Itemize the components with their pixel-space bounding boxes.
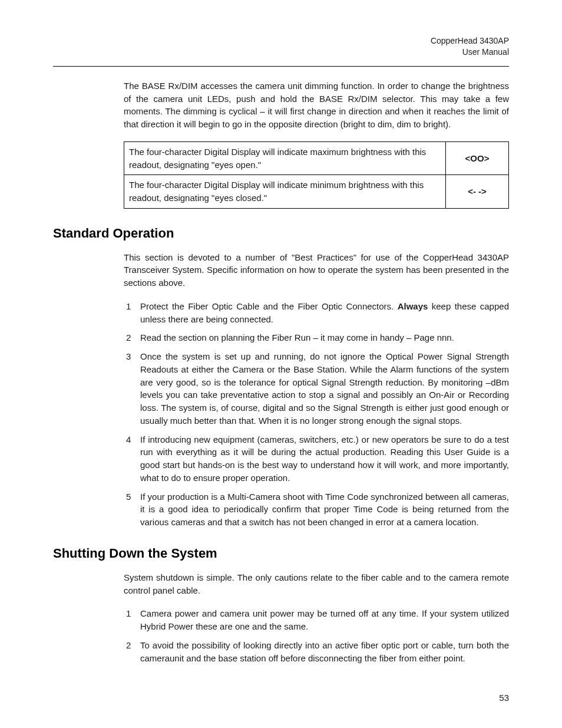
shutting-down-list: Camera power and camera unit power may b… xyxy=(124,607,509,664)
display-table: The four-character Digital Display will … xyxy=(124,141,509,209)
product-name: CopperHead 3430AP xyxy=(53,35,509,47)
list-item: Once the system is set up and running, d… xyxy=(124,350,509,427)
display-symbol: <OO> xyxy=(446,141,509,175)
table-row: The four-character Digital Display will … xyxy=(124,141,509,175)
list-text-pre: If introducing new equipment (cameras, s… xyxy=(140,434,509,483)
doc-type: User Manual xyxy=(53,47,509,58)
page-number: 53 xyxy=(499,691,509,704)
standard-operation-intro: This section is devoted to a number of "… xyxy=(124,251,509,289)
list-item: If introducing new equipment (cameras, s… xyxy=(124,433,509,485)
list-item: Read the section on planning the Fiber R… xyxy=(124,331,509,344)
list-text-pre: To avoid the possibility of looking dire… xyxy=(140,640,509,663)
list-text-pre: If your production is a Multi-Camera sho… xyxy=(140,492,509,528)
list-item: To avoid the possibility of looking dire… xyxy=(124,639,509,665)
list-text-pre: Read the section on planning the Fiber R… xyxy=(140,332,454,342)
page-header: CopperHead 3430AP User Manual xyxy=(53,35,509,58)
standard-operation-heading: Standard Operation xyxy=(53,224,509,243)
display-symbol: <- -> xyxy=(446,175,509,209)
display-desc: The four-character Digital Display will … xyxy=(124,141,446,175)
list-text-bold: Always xyxy=(398,301,428,311)
dimming-paragraph: The BASE Rx/DIM accesses the camera unit… xyxy=(124,80,509,131)
list-text-pre: Once the system is set up and running, d… xyxy=(140,351,509,426)
list-item: Camera power and camera unit power may b… xyxy=(124,607,509,633)
list-text-pre: Protect the Fiber Optic Cable and the Fi… xyxy=(140,301,398,311)
list-item: If your production is a Multi-Camera sho… xyxy=(124,490,509,529)
header-rule xyxy=(53,66,509,67)
shutting-down-intro: System shutdown is simple. The only caut… xyxy=(124,571,509,597)
display-desc: The four-character Digital Display will … xyxy=(124,175,446,209)
list-item: Protect the Fiber Optic Cable and the Fi… xyxy=(124,300,509,326)
standard-operation-list: Protect the Fiber Optic Cable and the Fi… xyxy=(124,300,509,529)
shutting-down-heading: Shutting Down the System xyxy=(53,544,509,563)
list-text-pre: Camera power and camera unit power may b… xyxy=(140,608,509,631)
table-row: The four-character Digital Display will … xyxy=(124,175,509,209)
